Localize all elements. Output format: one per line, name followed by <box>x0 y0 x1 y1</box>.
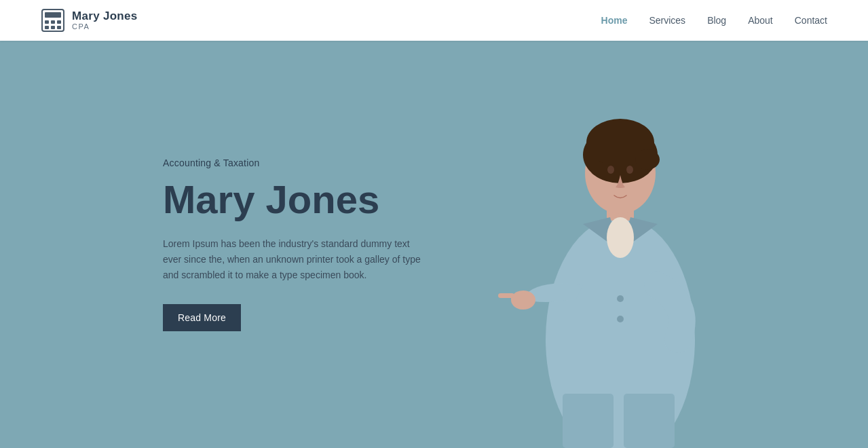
svg-point-21 <box>617 295 624 302</box>
svg-rect-1 <box>45 12 61 18</box>
logo-area: Mary Jones CPA <box>41 8 138 33</box>
logo-text: Mary Jones CPA <box>72 10 138 31</box>
nav-item-about[interactable]: About <box>748 15 773 26</box>
read-more-button[interactable]: Read More <box>163 304 241 331</box>
nav-item-contact[interactable]: Contact <box>795 15 827 26</box>
hero-person-illustration <box>474 54 759 448</box>
svg-rect-20 <box>624 394 675 448</box>
svg-rect-5 <box>45 26 49 29</box>
svg-rect-7 <box>57 26 61 29</box>
hero-description: Lorem Ipsum has been the industry's stan… <box>163 236 428 283</box>
nav-item-services[interactable]: Services <box>649 15 685 26</box>
svg-point-14 <box>626 166 633 174</box>
logo-subtitle: CPA <box>72 22 138 31</box>
hero-section: Accounting & Taxation Mary Jones Lorem I… <box>0 41 868 448</box>
site-header: Mary Jones CPA Home Services Blog About … <box>0 0 868 41</box>
hero-subtitle: Accounting & Taxation <box>163 157 428 168</box>
svg-rect-4 <box>57 20 61 24</box>
logo-name: Mary Jones <box>72 10 138 23</box>
calculator-logo-icon <box>41 8 65 33</box>
svg-rect-19 <box>563 394 614 448</box>
main-nav: Home Services Blog About Contact <box>601 15 827 26</box>
hero-title: Mary Jones <box>163 178 428 221</box>
svg-point-13 <box>607 166 614 174</box>
svg-rect-6 <box>51 26 55 29</box>
svg-rect-3 <box>51 20 55 24</box>
nav-item-home[interactable]: Home <box>601 15 628 26</box>
svg-point-15 <box>607 217 634 258</box>
svg-point-22 <box>617 316 624 322</box>
hero-content: Accounting & Taxation Mary Jones Lorem I… <box>163 157 428 331</box>
svg-rect-2 <box>45 20 49 24</box>
nav-item-blog[interactable]: Blog <box>707 15 726 26</box>
svg-point-23 <box>635 149 660 170</box>
svg-rect-18 <box>498 293 514 298</box>
